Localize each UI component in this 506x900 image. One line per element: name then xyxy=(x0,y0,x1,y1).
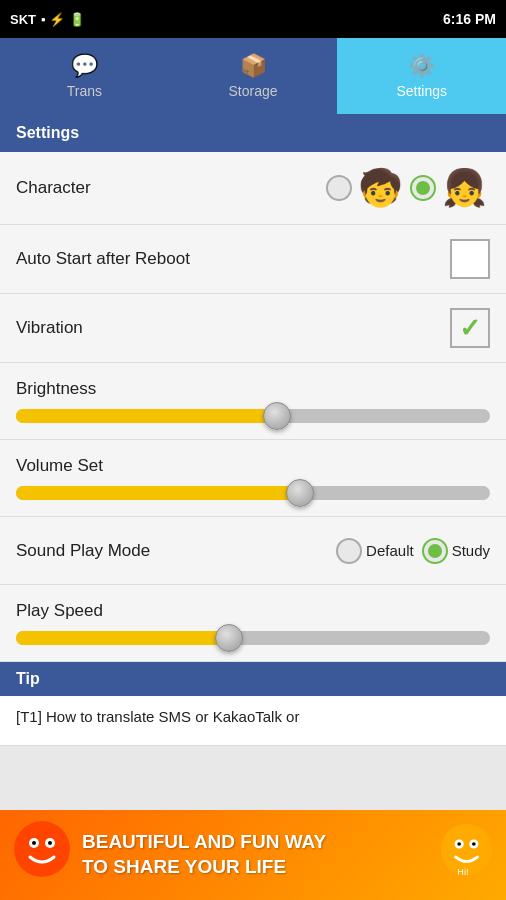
play-speed-slider-track[interactable] xyxy=(16,631,490,645)
character-options: 🧒 👧 xyxy=(326,162,490,214)
sound-options: Default Study xyxy=(336,538,490,564)
play-speed-row: Play Speed xyxy=(0,585,506,662)
play-speed-slider-fill xyxy=(16,631,229,645)
settings-area: Character 🧒 👧 Auto Start after Reboot Vi… xyxy=(0,152,506,662)
radio-circle-2[interactable] xyxy=(410,175,436,201)
volume-set-slider-thumb[interactable] xyxy=(286,479,314,507)
brightness-label: Brightness xyxy=(16,379,490,399)
status-bar: SKT ▪ ⚡ 🔋 6:16 PM xyxy=(0,0,506,38)
sound-play-mode-label: Sound Play Mode xyxy=(16,541,150,561)
svg-text:Hi!: Hi! xyxy=(457,867,468,877)
banner-text: BEAUTIFUL AND FUN WAYTO SHARE YOUR LIFE xyxy=(82,830,326,879)
trans-icon: 💬 xyxy=(71,53,98,79)
carrier-text: SKT xyxy=(10,12,36,27)
play-speed-label: Play Speed xyxy=(16,601,490,621)
volume-set-slider-track[interactable] xyxy=(16,486,490,500)
banner-mascot-right: Hi! xyxy=(439,822,494,889)
play-speed-slider-thumb[interactable] xyxy=(215,624,243,652)
settings-section-header: Settings xyxy=(0,114,506,152)
auto-start-checkbox[interactable] xyxy=(450,239,490,279)
banner[interactable]: BEAUTIFUL AND FUN WAYTO SHARE YOUR LIFE … xyxy=(0,810,506,900)
brightness-slider-thumb[interactable] xyxy=(263,402,291,430)
sound-default-label: Default xyxy=(366,542,414,559)
tab-trans-label: Trans xyxy=(67,83,102,99)
svg-point-4 xyxy=(48,841,52,845)
tab-trans[interactable]: 💬 Trans xyxy=(0,38,169,114)
character-row: Character 🧒 👧 xyxy=(0,152,506,225)
svg-point-9 xyxy=(472,842,476,846)
avatar-2: 👧 xyxy=(438,162,490,214)
volume-set-row: Volume Set xyxy=(0,440,506,517)
volume-set-slider-fill xyxy=(16,486,300,500)
tab-bar: 💬 Trans 📦 Storage ⚙️ Settings xyxy=(0,38,506,114)
brightness-slider-fill xyxy=(16,409,277,423)
avatar-1: 🧒 xyxy=(354,162,406,214)
auto-start-row: Auto Start after Reboot xyxy=(0,225,506,294)
vibration-label: Vibration xyxy=(16,318,83,338)
character-label: Character xyxy=(16,178,91,198)
vibration-checkbox[interactable]: ✓ xyxy=(450,308,490,348)
radio-study[interactable] xyxy=(422,538,448,564)
vibration-row: Vibration ✓ xyxy=(0,294,506,363)
radio-default[interactable] xyxy=(336,538,362,564)
svg-point-3 xyxy=(32,841,36,845)
radio-circle-1[interactable] xyxy=(326,175,352,201)
svg-point-0 xyxy=(14,821,70,877)
sound-study-label: Study xyxy=(452,542,490,559)
sound-play-mode-row: Sound Play Mode Default Study xyxy=(0,517,506,585)
tab-storage[interactable]: 📦 Storage xyxy=(169,38,338,114)
status-right: 6:16 PM xyxy=(443,11,496,27)
volume-set-label: Volume Set xyxy=(16,456,490,476)
sound-option-study[interactable]: Study xyxy=(422,538,490,564)
settings-icon: ⚙️ xyxy=(408,53,435,79)
brightness-slider-track[interactable] xyxy=(16,409,490,423)
character-option-2[interactable]: 👧 xyxy=(410,162,490,214)
character-option-1[interactable]: 🧒 xyxy=(326,162,406,214)
tab-storage-label: Storage xyxy=(228,83,277,99)
status-left: SKT ▪ ⚡ 🔋 xyxy=(10,12,85,27)
signal-icons: ▪ ⚡ 🔋 xyxy=(41,12,85,27)
tab-settings[interactable]: ⚙️ Settings xyxy=(337,38,506,114)
time-text: 6:16 PM xyxy=(443,11,496,27)
tip-section-header: Tip xyxy=(0,662,506,696)
auto-start-label: Auto Start after Reboot xyxy=(16,249,190,269)
storage-icon: 📦 xyxy=(240,53,267,79)
tip-text: [T1] How to translate SMS or KakaoTalk o… xyxy=(0,696,506,746)
checkmark-icon: ✓ xyxy=(459,313,481,344)
svg-point-8 xyxy=(457,842,461,846)
brightness-row: Brightness xyxy=(0,363,506,440)
tab-settings-label: Settings xyxy=(396,83,447,99)
sound-option-default[interactable]: Default xyxy=(336,538,414,564)
banner-mascot-left xyxy=(12,819,72,891)
